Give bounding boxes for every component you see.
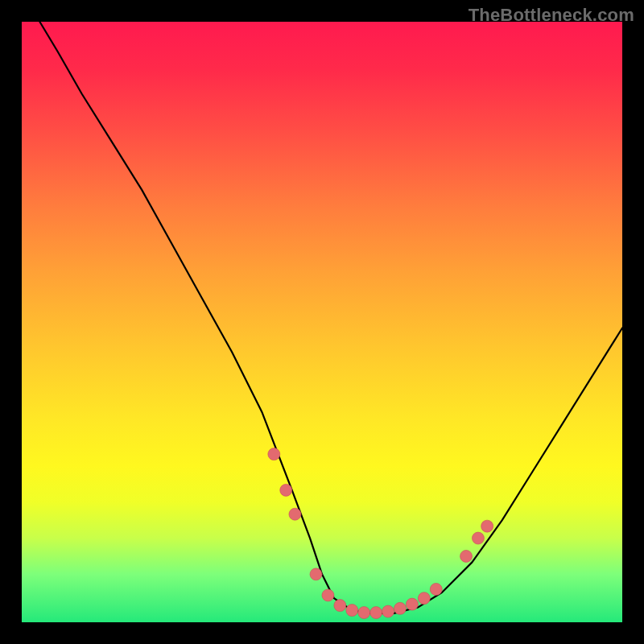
data-marker [472, 532, 484, 544]
data-markers [268, 448, 493, 619]
chart-svg [22, 22, 622, 622]
data-marker [382, 605, 394, 617]
data-marker [289, 508, 301, 520]
chart-stage: TheBottleneck.com [0, 0, 644, 644]
data-marker [322, 589, 334, 601]
data-marker [370, 607, 382, 619]
data-marker [280, 484, 292, 496]
data-marker [358, 607, 370, 619]
curve-line [39, 22, 622, 613]
data-marker [430, 583, 442, 595]
data-marker [418, 592, 430, 605]
data-marker [334, 600, 346, 612]
data-marker [394, 602, 406, 614]
data-marker [346, 605, 358, 617]
data-marker [406, 598, 418, 610]
data-marker [268, 448, 280, 460]
data-marker [481, 520, 493, 532]
data-marker [460, 550, 473, 562]
data-marker [310, 568, 322, 580]
